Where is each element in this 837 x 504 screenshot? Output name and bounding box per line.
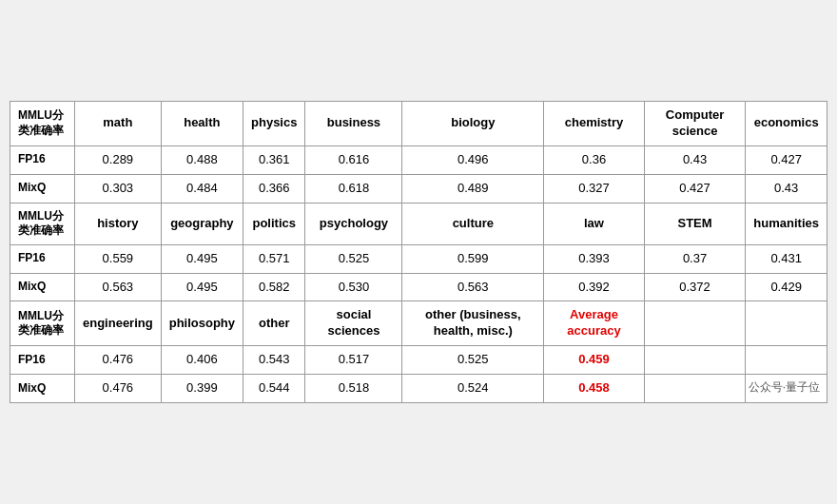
s2-fp16-row: FP16 0.559 0.495 0.571 0.525 0.599 0.393… [10, 244, 827, 273]
s3-fp16-v3: 0.517 [305, 346, 402, 375]
header-row-2: MMLU分类准确率 history geography politics psy… [10, 203, 827, 244]
s3-fp16-v7 [746, 346, 827, 375]
col-chemistry: chemistry [544, 101, 645, 145]
col-economics: economics [746, 101, 827, 145]
s2-fp16-v5: 0.393 [544, 244, 645, 273]
col-stem: STEM [644, 203, 746, 244]
s1-fp16-v3: 0.616 [305, 145, 402, 174]
s1-mixq-row: MixQ 0.303 0.484 0.366 0.618 0.489 0.327… [10, 174, 827, 203]
s3-mixq-v2: 0.544 [243, 375, 305, 403]
col-avg-accuracy: Average accuracy [544, 301, 645, 346]
s3-mixq-row: MixQ 0.476 0.399 0.544 0.518 0.524 0.458 [10, 375, 827, 403]
s2-fp16-v7: 0.431 [746, 244, 827, 273]
col-law: law [544, 203, 645, 244]
s2-mixq-v3: 0.530 [305, 273, 402, 301]
mmlu-table: MMLU分类准确率 math health physics business b… [10, 101, 827, 403]
s1-fp16-v0: 0.289 [75, 145, 162, 174]
s3-mixq-v0: 0.476 [75, 375, 162, 403]
col-physics: physics [243, 101, 305, 145]
s1-mixq-v2: 0.366 [243, 174, 305, 203]
s3-fp16-v5: 0.459 [544, 346, 645, 375]
header-row-1: MMLU分类准确率 math health physics business b… [10, 101, 827, 145]
table-container: MMLU分类准确率 math health physics business b… [10, 101, 827, 403]
s1-fp16-v5: 0.36 [544, 145, 645, 174]
s1-mixq-v3: 0.618 [305, 174, 402, 203]
s3-mixq-label: MixQ [10, 375, 75, 403]
s2-mixq-v5: 0.392 [544, 273, 645, 301]
col-politics: politics [243, 203, 305, 244]
col-engineering: engineering [75, 301, 162, 346]
s1-fp16-v4: 0.496 [402, 145, 544, 174]
s1-fp16-v6: 0.43 [644, 145, 746, 174]
col-other-biz: other (business, health, misc.) [402, 301, 544, 346]
col-social-sciences: social sciences [305, 301, 402, 346]
s1-mixq-v1: 0.484 [161, 174, 243, 203]
s1-mixq-v5: 0.327 [544, 174, 645, 203]
s3-fp16-label: FP16 [10, 346, 75, 375]
col-math: math [75, 101, 162, 145]
col-empty2 [746, 301, 827, 346]
s2-fp16-v3: 0.525 [305, 244, 402, 273]
s3-fp16-v0: 0.476 [75, 346, 162, 375]
s2-mixq-v6: 0.372 [644, 273, 746, 301]
s2-fp16-v2: 0.571 [243, 244, 305, 273]
watermark: 公众号·量子位 [749, 379, 820, 396]
col-humanities: humanities [746, 203, 827, 244]
s3-fp16-v6 [644, 346, 746, 375]
s2-fp16-label: FP16 [10, 244, 75, 273]
col-business: business [305, 101, 402, 145]
s1-fp16-v7: 0.427 [746, 145, 827, 174]
s1-mixq-v7: 0.43 [746, 174, 827, 203]
s1-fp16-v1: 0.488 [161, 145, 243, 174]
col-other: other [243, 301, 305, 346]
col-culture: culture [402, 203, 544, 244]
col-history: history [75, 203, 162, 244]
s2-fp16-v1: 0.495 [161, 244, 243, 273]
col-psychology: psychology [305, 203, 402, 244]
s2-fp16-v4: 0.599 [402, 244, 544, 273]
s1-mixq-v6: 0.427 [644, 174, 746, 203]
s2-mixq-label: MixQ [10, 273, 75, 301]
s3-fp16-v1: 0.406 [161, 346, 243, 375]
s3-fp16-row: FP16 0.476 0.406 0.543 0.517 0.525 0.459 [10, 346, 827, 375]
s2-mixq-row: MixQ 0.563 0.495 0.582 0.530 0.563 0.392… [10, 273, 827, 301]
s1-mixq-v0: 0.303 [75, 174, 162, 203]
s3-mixq-v1: 0.399 [161, 375, 243, 403]
s2-mixq-v0: 0.563 [75, 273, 162, 301]
s2-mixq-v7: 0.429 [746, 273, 827, 301]
col-biology: biology [402, 101, 544, 145]
header-row-3: MMLU分类准确率 engineering philosophy other s… [10, 301, 827, 346]
s2-mixq-v4: 0.563 [402, 273, 544, 301]
s2-mixq-v1: 0.495 [161, 273, 243, 301]
s3-mixq-v6 [644, 375, 746, 403]
s1-fp16-row: FP16 0.289 0.488 0.361 0.616 0.496 0.36 … [10, 145, 827, 174]
col-geography: geography [161, 203, 243, 244]
s2-fp16-v0: 0.559 [75, 244, 162, 273]
col-health: health [161, 101, 243, 145]
col-cs: Computer science [644, 101, 746, 145]
s2-fp16-v6: 0.37 [644, 244, 746, 273]
s3-mixq-v5: 0.458 [544, 375, 645, 403]
section2-label: MMLU分类准确率 [10, 203, 75, 244]
s3-mixq-v4: 0.524 [402, 375, 544, 403]
col-empty1 [644, 301, 746, 346]
section3-label: MMLU分类准确率 [10, 301, 75, 346]
s3-mixq-v3: 0.518 [305, 375, 402, 403]
s2-mixq-v2: 0.582 [243, 273, 305, 301]
s1-mixq-v4: 0.489 [402, 174, 544, 203]
s1-mixq-label: MixQ [10, 174, 75, 203]
s3-fp16-v2: 0.543 [243, 346, 305, 375]
s1-fp16-label: FP16 [10, 145, 75, 174]
col-philosophy: philosophy [161, 301, 243, 346]
section1-label: MMLU分类准确率 [10, 101, 75, 145]
s3-fp16-v4: 0.525 [402, 346, 544, 375]
s1-fp16-v2: 0.361 [243, 145, 305, 174]
